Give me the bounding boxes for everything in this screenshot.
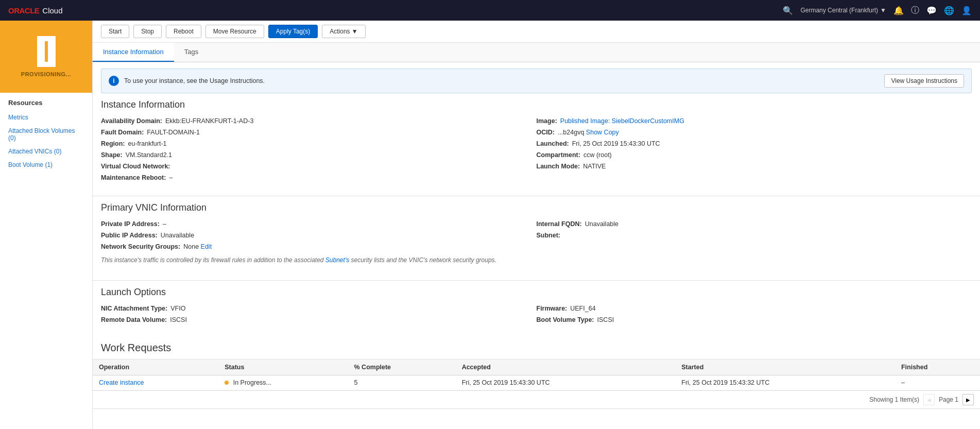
instance-info-left: Availability Domain: Ekkb:EU-FRANKFURT-1… (101, 115, 537, 183)
internal-fqdn-value: Unavailable (585, 220, 618, 228)
row-accepted: Fri, 25 Oct 2019 15:43:30 UTC (456, 375, 676, 390)
col-operation: Operation (93, 359, 218, 375)
nsg-edit-link[interactable]: Edit (201, 243, 212, 250)
maintenance-reboot-value: – (169, 174, 173, 181)
launch-options-right: Firmware: UEFI_64 Boot Volume Type: ISCS… (537, 303, 972, 325)
info-row-compartment: Compartment: ccw (root) (537, 149, 972, 161)
launched-label: Launched: (537, 140, 569, 147)
shape-label: Shape: (101, 151, 123, 159)
help-icon[interactable]: ⓘ (911, 5, 919, 16)
toolbar: Start Stop Reboot Move Resource Apply Ta… (93, 21, 980, 43)
instance-info-title: Instance Information (101, 99, 972, 110)
info-row-shape: Shape: VM.Standard2.1 (101, 149, 537, 161)
availability-domain-value: Ekkb:EU-FRANKFURT-1-AD-3 (165, 117, 253, 125)
info-banner: i To use your instance, see the Usage In… (101, 68, 972, 93)
info-icon: i (109, 76, 119, 86)
table-row: Create instance In Progress... 5 Fri, 25… (93, 375, 980, 390)
row-finished: – (895, 375, 980, 390)
subnet-label: Subnet: (537, 232, 561, 239)
fault-domain-label: Fault Domain: (101, 129, 144, 136)
info-row-region: Region: eu-frankfurt-1 (101, 138, 537, 149)
sidebar-item-metrics[interactable]: Metrics (0, 111, 92, 124)
info-row-internal-fqdn: Internal FQDN: Unavailable (537, 218, 972, 230)
start-button[interactable]: Start (101, 25, 129, 38)
region-info-label: Region: (101, 140, 125, 147)
sidebar-item-attached-block-volumes[interactable]: Attached Block Volumes (0) (0, 124, 92, 145)
primary-vnic-section: Primary VNIC Information Private IP Addr… (93, 202, 980, 276)
instance-info-right: Image: Published Image: SiebelDockerCust… (537, 115, 972, 183)
apply-tags-button[interactable]: Apply Tag(s) (268, 25, 318, 38)
remote-data-value: ISCSI (170, 316, 187, 323)
launch-options-title: Launch Options (101, 287, 972, 298)
status-dot-icon (225, 381, 229, 385)
chat-icon[interactable]: 💬 (926, 6, 937, 15)
compartment-label: Compartment: (537, 151, 580, 159)
pagination-prev-button[interactable]: ◀ (923, 394, 935, 405)
instance-info-grid: Availability Domain: Ekkb:EU-FRANKFURT-1… (101, 115, 972, 183)
col-finished: Finished (895, 359, 980, 375)
ocid-show-link[interactable]: Show (586, 129, 602, 136)
internal-fqdn-label: Internal FQDN: (537, 220, 582, 228)
user-icon[interactable]: 👤 (961, 6, 972, 15)
image-label: Image: (537, 117, 557, 125)
launch-options-section: Launch Options NIC Attachment Type: VFIO… (93, 287, 980, 334)
top-navigation: ORACLE Cloud 🔍 Germany Central (Frankfur… (0, 0, 980, 21)
globe-icon[interactable]: 🌐 (944, 6, 954, 15)
firmware-value: UEFI_64 (570, 305, 595, 312)
sidebar-item-boot-volume[interactable]: Boot Volume (1) (0, 158, 92, 171)
image-link[interactable]: Published Image: SiebelDockerCustomIMG (560, 117, 684, 125)
info-row-remote-data-volume: Remote Data Volume: ISCSI (101, 314, 537, 325)
info-row-image: Image: Published Image: SiebelDockerCust… (537, 115, 972, 127)
view-usage-instructions-button[interactable]: View Usage Instructions (884, 74, 964, 88)
private-ip-value: – (163, 220, 166, 228)
info-row-firmware: Firmware: UEFI_64 (537, 303, 972, 314)
info-row-subnet: Subnet: (537, 230, 972, 241)
pagination-next-button[interactable]: ▶ (962, 394, 974, 405)
shape-value: VM.Standard2.1 (126, 151, 172, 159)
info-row-fault-domain: Fault Domain: FAULT-DOMAIN-1 (101, 127, 537, 138)
launch-options-grid: NIC Attachment Type: VFIO Remote Data Vo… (101, 303, 972, 325)
info-row-nic-attachment: NIC Attachment Type: VFIO (101, 303, 537, 314)
app-body: PROVISIONING... Resources Metrics Attach… (0, 21, 980, 429)
info-row-launch-mode: Launch Mode: NATIVE (537, 161, 972, 172)
nsg-label: Network Security Groups: (101, 243, 180, 250)
instance-information-section: Instance Information Availability Domain… (93, 99, 980, 192)
remote-data-label: Remote Data Volume: (101, 316, 167, 323)
boot-volume-type-label: Boot Volume Type: (537, 316, 594, 323)
logo: ORACLE Cloud (8, 6, 63, 15)
launch-mode-value: NATIVE (583, 163, 606, 170)
move-resource-button[interactable]: Move Resource (205, 25, 264, 38)
tab-instance-information[interactable]: Instance Information (93, 43, 174, 62)
vcn-label: Virtual Cloud Network: (101, 163, 170, 170)
region-selector[interactable]: Germany Central (Frankfurt) ▼ (800, 7, 886, 14)
private-ip-label: Private IP Address: (101, 220, 160, 228)
oracle-logo: ORACLE (8, 6, 39, 15)
vnic-info-left: Private IP Address: – Public IP Address:… (101, 218, 537, 252)
tab-tags[interactable]: Tags (174, 43, 209, 62)
info-row-availability-domain: Availability Domain: Ekkb:EU-FRANKFURT-1… (101, 115, 537, 127)
col-status: Status (218, 359, 348, 375)
ocid-copy-link[interactable]: Copy (604, 129, 619, 136)
sidebar-item-attached-vnics[interactable]: Attached VNICs (0) (0, 145, 92, 158)
ocid-value: ...b24gvq Show Copy (558, 129, 619, 136)
col-accepted: Accepted (456, 359, 676, 375)
info-text: To use your instance, see the Usage Inst… (124, 77, 879, 84)
info-row-nsg: Network Security Groups: None Edit (101, 241, 537, 252)
bell-icon[interactable]: 🔔 (893, 6, 904, 15)
stop-button[interactable]: Stop (133, 25, 162, 38)
search-icon[interactable]: 🔍 (783, 6, 793, 15)
work-requests-title: Work Requests (93, 334, 980, 359)
info-row-launched: Launched: Fri, 25 Oct 2019 15:43:30 UTC (537, 138, 972, 149)
vnic-info-right: Internal FQDN: Unavailable Subnet: (537, 218, 972, 252)
maintenance-reboot-label: Maintenance Reboot: (101, 174, 166, 181)
region-info-value: eu-frankfurt-1 (128, 140, 167, 147)
subnet-link[interactable]: Subnet's (325, 256, 349, 264)
sidebar: PROVISIONING... Resources Metrics Attach… (0, 21, 93, 429)
reboot-button[interactable]: Reboot (166, 25, 201, 38)
compartment-value: ccw (root) (583, 151, 612, 159)
actions-button[interactable]: Actions ▼ (322, 25, 365, 38)
fault-domain-value: FAULT-DOMAIN-1 (147, 129, 200, 136)
create-instance-link[interactable]: Create instance (99, 379, 144, 386)
launch-mode-label: Launch Mode: (537, 163, 580, 170)
table-header-row: Operation Status % Complete Accepted Sta… (93, 359, 980, 375)
